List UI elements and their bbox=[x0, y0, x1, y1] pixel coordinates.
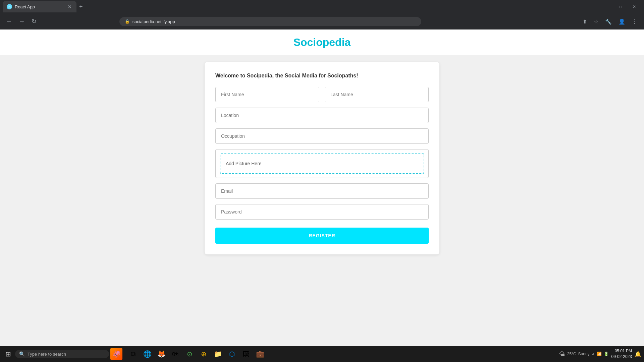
taskbar-search-icon: 🔍 bbox=[19, 351, 25, 357]
temperature: 25°C bbox=[567, 352, 576, 356]
window-maximize-button[interactable]: □ bbox=[614, 1, 627, 12]
address-text: socialpedia.netlify.app bbox=[132, 19, 175, 24]
address-bar-row: ← → ↻ 🔒 socialpedia.netlify.app ⬆ ☆ 🔧 👤 … bbox=[0, 13, 644, 29]
picture-upload-label: Add Picture Here bbox=[226, 161, 262, 166]
browser-window: ⚛ React App ✕ + — □ ✕ ← → ↻ 🔒 socialpedi… bbox=[0, 0, 644, 362]
taskbar-app-store[interactable]: 🛍 bbox=[169, 347, 182, 361]
start-button[interactable]: ⊞ bbox=[3, 349, 14, 359]
password-input[interactable] bbox=[215, 204, 429, 220]
taskbar-app-task-view[interactable]: ⧉ bbox=[126, 347, 140, 361]
email-input[interactable] bbox=[215, 183, 429, 199]
clock-time: 05:01 PM bbox=[615, 348, 632, 354]
clock-date: 09-02-2023 bbox=[611, 354, 632, 360]
first-name-input[interactable] bbox=[215, 87, 319, 102]
back-button[interactable]: ← bbox=[4, 17, 14, 26]
taskbar-search-placeholder: Type here to search bbox=[28, 352, 66, 357]
password-row bbox=[215, 204, 429, 220]
tab-close-button[interactable]: ✕ bbox=[67, 3, 72, 10]
wifi-icon: 📶 bbox=[597, 352, 602, 356]
taskbar-right: 🌤 25°C Sunny ∧ 📶 🔋 05:01 PM 09-02-2023 🔔 bbox=[559, 348, 641, 360]
picture-upload-wrapper: Add Picture Here bbox=[215, 149, 429, 178]
taskbar-app-file-manager[interactable]: 📁 bbox=[211, 347, 224, 361]
window-controls: — □ ✕ bbox=[599, 1, 641, 12]
taskbar-app-edge[interactable]: 🌐 bbox=[141, 347, 154, 361]
tab-favicon: ⚛ bbox=[7, 4, 12, 9]
weather-icon: 🌤 bbox=[559, 351, 565, 358]
share-icon[interactable]: ⬆ bbox=[580, 17, 590, 26]
browser-tab-active[interactable]: ⚛ React App ✕ bbox=[3, 1, 76, 12]
occupation-input[interactable] bbox=[215, 128, 429, 144]
site-title: Sociopedia bbox=[7, 36, 637, 49]
new-tab-button[interactable]: + bbox=[76, 3, 86, 10]
forward-button[interactable]: → bbox=[17, 17, 27, 26]
email-row bbox=[215, 183, 429, 199]
page-content: Sociopedia Welcome to Socipedia, the Soc… bbox=[0, 29, 644, 346]
picture-upload-dropzone[interactable]: Add Picture Here bbox=[220, 154, 424, 174]
refresh-button[interactable]: ↻ bbox=[30, 16, 39, 26]
system-clock[interactable]: 05:01 PM 09-02-2023 bbox=[611, 348, 632, 360]
taskbar-mascot: 🦑 bbox=[110, 348, 122, 360]
browser-actions: ⬆ ☆ 🔧 👤 ⋮ bbox=[580, 17, 640, 26]
tab-bar: ⚛ React App ✕ + — □ ✕ bbox=[0, 0, 644, 13]
register-button[interactable]: REGISTER bbox=[215, 228, 429, 244]
address-bar[interactable]: 🔒 socialpedia.netlify.app bbox=[119, 17, 421, 26]
system-tray: 🌤 25°C Sunny ∧ 📶 🔋 bbox=[559, 351, 609, 358]
taskbar-search-bar[interactable]: 🔍 Type here to search bbox=[15, 350, 109, 358]
taskbar-apps: ⧉ 🌐 🦊 🛍 ⊙ ⊕ 📁 ⬡ 🖼 💼 bbox=[126, 347, 267, 361]
last-name-input[interactable] bbox=[325, 87, 429, 102]
bookmark-icon[interactable]: ☆ bbox=[591, 17, 601, 26]
location-input[interactable] bbox=[215, 108, 429, 123]
taskbar-app-firefox[interactable]: 🦊 bbox=[155, 347, 168, 361]
taskbar: ⊞ 🔍 Type here to search 🦑 ⧉ 🌐 🦊 🛍 ⊙ ⊕ 📁 … bbox=[0, 346, 644, 362]
location-row bbox=[215, 108, 429, 123]
taskbar-app-vscode[interactable]: ⬡ bbox=[225, 347, 238, 361]
occupation-row bbox=[215, 128, 429, 144]
security-lock-icon: 🔒 bbox=[125, 19, 130, 24]
taskbar-app-photos[interactable]: 🖼 bbox=[239, 347, 253, 361]
taskbar-app-chrome-alt[interactable]: ⊕ bbox=[197, 347, 210, 361]
window-close-button[interactable]: ✕ bbox=[627, 1, 641, 12]
site-header: Sociopedia bbox=[0, 29, 644, 55]
weather-condition: Sunny bbox=[578, 352, 590, 356]
welcome-message: Welcome to Socipedia, the Social Media f… bbox=[215, 73, 429, 79]
notification-button[interactable]: 🔔 bbox=[635, 351, 641, 357]
name-row bbox=[215, 87, 429, 102]
window-minimize-button[interactable]: — bbox=[599, 1, 614, 12]
registration-form-card: Welcome to Socipedia, the Social Media f… bbox=[205, 62, 439, 254]
extensions-icon[interactable]: 🔧 bbox=[602, 17, 614, 26]
tab-title: React App bbox=[15, 4, 64, 9]
taskbar-app-chrome[interactable]: ⊙ bbox=[183, 347, 196, 361]
menu-icon[interactable]: ⋮ bbox=[629, 17, 640, 26]
profile-icon[interactable]: 👤 bbox=[616, 17, 628, 26]
taskbar-app-extra[interactable]: 💼 bbox=[253, 347, 267, 361]
chevron-up-icon[interactable]: ∧ bbox=[592, 352, 595, 356]
battery-icon: 🔋 bbox=[604, 352, 609, 356]
